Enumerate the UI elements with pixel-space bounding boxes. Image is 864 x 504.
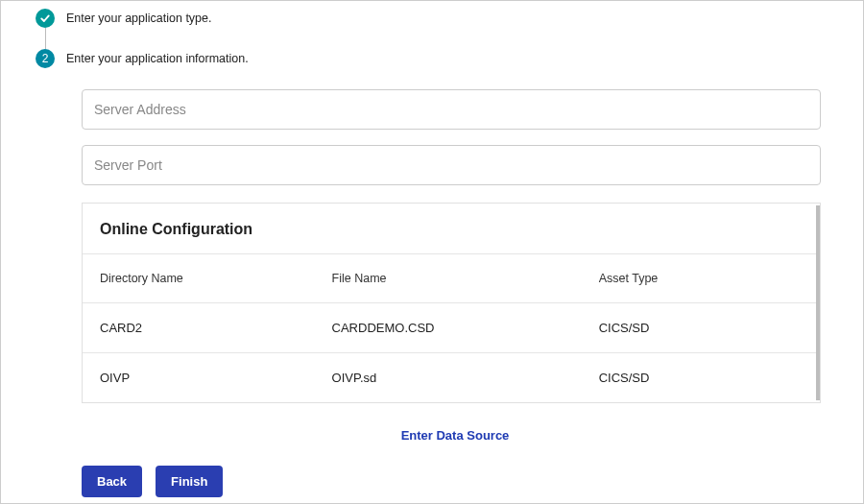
server-port-input[interactable] [82, 145, 821, 185]
config-title: Online Configuration [83, 204, 820, 253]
cell-assettype: CICS/SD [599, 321, 803, 335]
finish-button[interactable]: Finish [156, 466, 223, 497]
enter-data-source-link[interactable]: Enter Data Source [82, 428, 828, 443]
step2-label: Enter your application information. [66, 52, 249, 65]
wizard-step-1: Enter your application type. [36, 9, 828, 28]
form-area: Online Configuration Directory Name File… [82, 89, 828, 497]
step1-label: Enter your application type. [66, 12, 211, 25]
table-header-row: Directory Name File Name Asset Type [83, 253, 820, 302]
wizard-step-2: 2 Enter your application information. [36, 49, 828, 68]
table-row: CARD2 CARDDEMO.CSD CICS/SD [83, 302, 820, 352]
step-number-badge: 2 [36, 49, 55, 68]
col-header-assettype: Asset Type [599, 272, 803, 285]
cell-directory: CARD2 [100, 321, 332, 335]
online-configuration-panel: Online Configuration Directory Name File… [82, 203, 821, 403]
cell-directory: OIVP [100, 371, 332, 385]
check-icon [36, 9, 55, 28]
cell-filename: CARDDEMO.CSD [332, 321, 599, 335]
cell-filename: OIVP.sd [332, 371, 599, 385]
table-row: OIVP OIVP.sd CICS/SD [83, 352, 820, 402]
config-table: Directory Name File Name Asset Type CARD… [83, 253, 820, 402]
cell-assettype: CICS/SD [599, 371, 803, 385]
step-connector [45, 28, 46, 49]
col-header-directory: Directory Name [100, 272, 332, 285]
server-address-input[interactable] [82, 89, 821, 130]
back-button[interactable]: Back [82, 466, 142, 497]
col-header-filename: File Name [332, 272, 599, 285]
wizard-buttons: Back Finish [82, 466, 828, 497]
